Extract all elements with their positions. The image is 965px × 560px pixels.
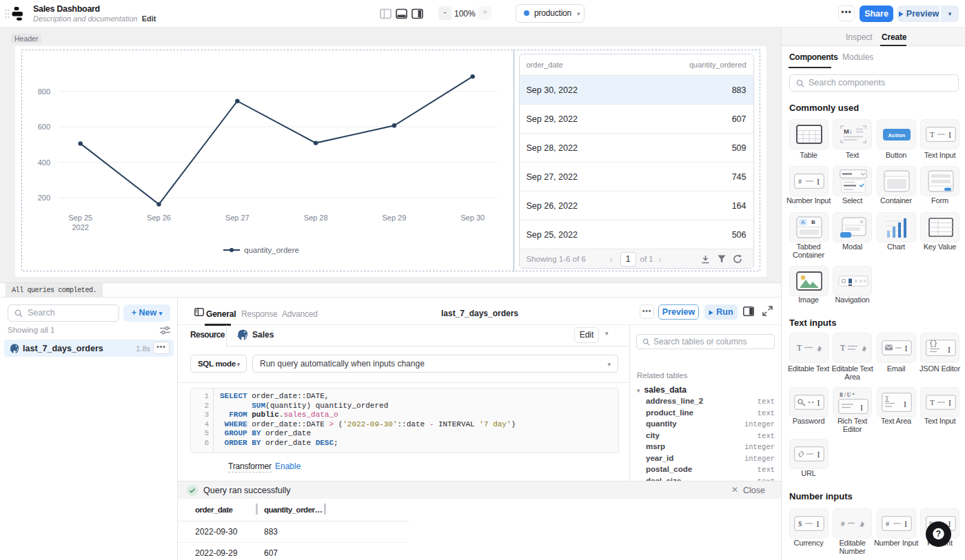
svg-text:T: T [885, 395, 889, 402]
svg-text:200: 200 [38, 194, 50, 202]
svg-text:Sep 25: Sep 25 [68, 214, 92, 222]
svg-text:Sep 30: Sep 30 [460, 214, 485, 222]
svg-text:M↓: M↓ [844, 127, 853, 135]
svg-text:#: # [798, 178, 802, 185]
svg-text:I: I [904, 400, 906, 409]
svg-text:T: T [930, 398, 935, 406]
svg-text:2022: 2022 [72, 223, 88, 231]
svg-text:I: I [904, 519, 907, 529]
svg-text:I: I [860, 402, 863, 412]
svg-text:#: # [886, 520, 889, 528]
svg-text:600: 600 [38, 123, 50, 131]
svg-text:Sep 26: Sep 26 [147, 214, 171, 222]
svg-text:Action: Action [888, 132, 906, 138]
svg-text:I: I [817, 450, 820, 459]
svg-text:#: # [841, 519, 845, 528]
svg-text:I: I [948, 130, 951, 140]
svg-text:800: 800 [38, 87, 50, 96]
svg-text:Sep 28: Sep 28 [304, 214, 328, 222]
svg-text:I: I [948, 345, 951, 355]
svg-text:I: I [817, 177, 820, 187]
svg-text:$: $ [798, 519, 802, 528]
svg-text:B: B [811, 219, 815, 225]
svg-text:?: ? [936, 529, 941, 539]
svg-text:I: I [817, 519, 820, 529]
svg-text:Sep 29: Sep 29 [382, 214, 406, 222]
svg-text:Sep 27: Sep 27 [225, 214, 250, 222]
svg-text:T: T [797, 343, 802, 353]
svg-text:A: A [801, 219, 805, 225]
svg-text:I: I [948, 398, 951, 408]
svg-text:T: T [930, 130, 935, 138]
svg-text:I: I [905, 344, 908, 353]
svg-text:B / U “: B / U “ [840, 392, 855, 398]
svg-text:I: I [817, 398, 820, 408]
svg-text:quantity_ordere: quantity_ordere [244, 246, 299, 254]
svg-text:T: T [840, 343, 846, 353]
svg-text:{}: {} [929, 340, 937, 348]
svg-text:400: 400 [38, 158, 50, 167]
